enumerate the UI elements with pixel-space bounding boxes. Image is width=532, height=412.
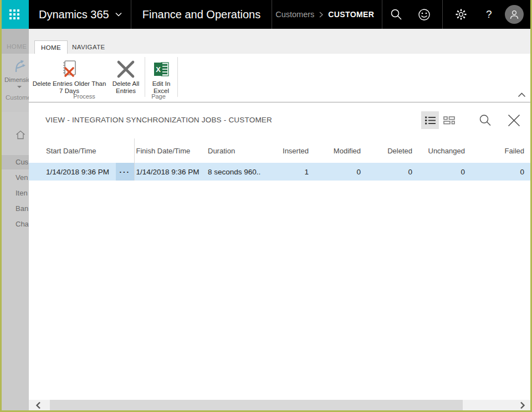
dimensions-icon bbox=[11, 58, 27, 76]
cell-finish-datetime[interactable]: 1/14/2018 9:36 PM bbox=[134, 163, 206, 181]
chevron-down-icon bbox=[115, 12, 122, 17]
smiley-icon bbox=[418, 8, 431, 21]
scroll-left-button[interactable] bbox=[32, 400, 44, 411]
ribbon-group-divider bbox=[145, 57, 145, 97]
action-pane: Delete Entries Older Than 7 Days Delete … bbox=[29, 54, 532, 102]
ribbon-buttons: Delete Entries Older Than 7 Days Delete … bbox=[30, 56, 180, 97]
divider bbox=[131, 0, 131, 29]
person-icon bbox=[509, 9, 520, 20]
breadcrumb-section[interactable]: Customers bbox=[275, 10, 314, 19]
group-label-process: Process bbox=[29, 93, 140, 100]
grid-row-selected[interactable]: 1/14/2018 9:36 PM ··· 1/14/2018 9:36 PM … bbox=[29, 163, 532, 181]
grid-header-row: Start Date/Time Finish Date/Time Duratio… bbox=[29, 138, 532, 163]
chevron-up-icon bbox=[518, 92, 526, 97]
breadcrumb-chevron-icon bbox=[319, 12, 323, 18]
cell-unchanged: 0 bbox=[415, 163, 468, 181]
col-duration[interactable]: Duration bbox=[206, 138, 260, 163]
ribbon-tabstrip: HOME NAVIGATE bbox=[29, 29, 532, 54]
delete-entries-older-icon bbox=[59, 58, 79, 80]
col-modified[interactable]: Modified bbox=[311, 138, 364, 163]
gear-icon bbox=[455, 8, 467, 20]
frame-border-left bbox=[0, 0, 2, 412]
user-avatar[interactable] bbox=[505, 5, 524, 24]
group-label-page: Page bbox=[143, 93, 174, 100]
cell-failed-link[interactable]: 0 bbox=[468, 163, 532, 181]
help-button[interactable]: ? bbox=[475, 0, 503, 29]
divider bbox=[442, 0, 443, 29]
dimmed-home-tab: HOME bbox=[7, 43, 27, 50]
help-label: ? bbox=[486, 8, 492, 20]
dialog-search-button[interactable] bbox=[478, 113, 492, 127]
tab-home[interactable]: HOME bbox=[34, 40, 68, 54]
dialog-title: VIEW - INTEGRATION SYNCHRONIZATION JOBS … bbox=[45, 116, 272, 124]
app-name-menu[interactable]: Dynamics 365 bbox=[39, 8, 122, 21]
list-view-icon bbox=[425, 116, 436, 125]
sync-jobs-grid: Start Date/Time Finish Date/Time Duratio… bbox=[29, 138, 532, 181]
dialog-search-icon bbox=[478, 114, 492, 127]
dimmed-nav-item: Cus bbox=[16, 158, 29, 166]
cell-modified: 0 bbox=[311, 163, 364, 181]
dimmed-nav-item: Iten bbox=[16, 189, 29, 197]
chevron-right-icon bbox=[520, 401, 525, 409]
col-finish-datetime[interactable]: Finish Date/Time bbox=[134, 138, 206, 163]
cell-deleted: 0 bbox=[364, 163, 415, 181]
edit-in-excel-button[interactable]: X Edit In Excel bbox=[147, 56, 176, 95]
col-start-datetime[interactable]: Start Date/Time bbox=[29, 138, 116, 163]
dimmed-nav-item: Cha bbox=[16, 220, 29, 228]
app-launcher-button[interactable] bbox=[0, 0, 29, 29]
waffle-icon bbox=[9, 9, 19, 19]
close-icon bbox=[508, 114, 520, 127]
product-name: Finance and Operations bbox=[142, 8, 260, 21]
search-button[interactable] bbox=[382, 0, 410, 29]
col-ellipsis-spacer bbox=[116, 138, 134, 163]
home-icon bbox=[16, 130, 25, 142]
col-unchanged[interactable]: Unchanged bbox=[415, 138, 468, 163]
breadcrumb-current: CUSTOMER bbox=[328, 10, 374, 19]
ribbon-group-divider bbox=[177, 57, 178, 97]
settings-button[interactable] bbox=[447, 0, 475, 29]
breadcrumb: Customers CUSTOMER bbox=[275, 10, 374, 19]
feedback-button[interactable] bbox=[410, 0, 438, 29]
dimmed-nav-item: Ban bbox=[16, 204, 29, 213]
top-navbar: Dynamics 365 Finance and Operations Cust… bbox=[0, 0, 532, 29]
chevron-left-icon bbox=[35, 401, 41, 409]
col-deleted[interactable]: Deleted bbox=[364, 138, 415, 163]
slideout-dialog: HOME NAVIGATE bbox=[29, 29, 532, 412]
dimmed-group-label: Custome bbox=[6, 94, 29, 101]
dimensions-caret-icon bbox=[17, 86, 22, 88]
scrollbar-thumb[interactable] bbox=[50, 400, 463, 411]
cell-inserted: 1 bbox=[260, 163, 311, 181]
tab-navigate[interactable]: NAVIGATE bbox=[65, 40, 112, 54]
dimmed-background: HOME Dimensio Custome Cus Ven Iten Ban C… bbox=[0, 29, 29, 412]
app-window: Dynamics 365 Finance and Operations Cust… bbox=[0, 0, 532, 412]
dialog-close-button[interactable] bbox=[506, 113, 521, 127]
scroll-right-button[interactable] bbox=[516, 400, 529, 411]
horizontal-scrollbar[interactable] bbox=[29, 400, 532, 411]
list-view-toggle[interactable] bbox=[421, 111, 439, 129]
tab-home-label: HOME bbox=[41, 44, 61, 51]
dimensions-button-label: Dimensio bbox=[4, 76, 29, 83]
search-icon bbox=[390, 8, 402, 20]
tile-view-icon bbox=[443, 116, 455, 125]
app-name: Dynamics 365 bbox=[39, 8, 109, 21]
col-inserted[interactable]: Inserted bbox=[260, 138, 311, 163]
tab-navigate-label: NAVIGATE bbox=[72, 44, 105, 50]
tile-view-toggle[interactable] bbox=[440, 111, 458, 129]
col-failed[interactable]: Failed bbox=[468, 138, 532, 163]
collapse-ribbon-button[interactable] bbox=[516, 91, 526, 99]
row-flyout-button[interactable]: ··· bbox=[116, 163, 134, 181]
dimmed-nav-item: Ven bbox=[16, 173, 29, 182]
delete-all-entries-button[interactable]: Delete All Entries bbox=[109, 56, 143, 95]
delete-entries-older-button[interactable]: Delete Entries Older Than 7 Days bbox=[30, 56, 109, 95]
dimmed-tabstrip bbox=[0, 29, 29, 54]
divider bbox=[272, 0, 272, 29]
excel-icon: X bbox=[153, 58, 170, 80]
cell-duration[interactable]: 8 seconds 960... bbox=[206, 163, 260, 181]
cell-start-datetime[interactable]: 1/14/2018 9:36 PM bbox=[29, 163, 116, 181]
svg-text:X: X bbox=[156, 65, 161, 74]
delete-all-entries-icon bbox=[116, 58, 135, 80]
